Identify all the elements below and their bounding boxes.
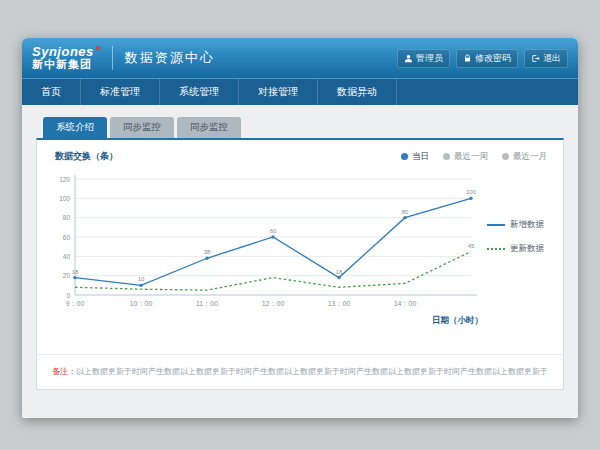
admin-label: 管理员 — [416, 52, 443, 65]
filter-today[interactable]: 当日 — [401, 151, 429, 163]
svg-text:100: 100 — [466, 189, 477, 195]
tab-system-intro[interactable]: 系统介绍 — [43, 117, 107, 138]
app-title: 数据资源中心 — [125, 49, 215, 67]
tab-sync-monitor-1[interactable]: 同步监控 — [110, 117, 174, 138]
tab-strip: 系统介绍 同步监控 同步监控 — [36, 117, 564, 138]
svg-text:45: 45 — [468, 243, 475, 249]
top-header: Synjones 新中新集团 数据资源中心 管理员 修改 — [22, 38, 578, 78]
change-password-label: 修改密码 — [475, 52, 511, 65]
main-nav: 首页 标准管理 系统管理 对接管理 数据异动 — [22, 78, 578, 105]
chart-row: 0204060801001209：0010：0011：0012：0013：001… — [37, 163, 563, 327]
filter-dot-icon — [443, 153, 450, 160]
logo-text: Synjones — [32, 45, 94, 59]
line-chart: 0204060801001209：0010：0011：0012：0013：001… — [47, 165, 487, 315]
legend-line-icon — [487, 248, 505, 250]
app-window: Synjones 新中新集团 数据资源中心 管理员 修改 — [22, 38, 578, 418]
chart-panel: 数据交换（条） 当日 最近一周 最近一月 — [36, 138, 564, 390]
range-filter-legend: 当日 最近一周 最近一月 — [401, 151, 547, 163]
remark-label: 备注： — [52, 367, 76, 376]
nav-item-standards[interactable]: 标准管理 — [81, 79, 160, 105]
chart-header: 数据交换（条） 当日 最近一周 最近一月 — [37, 140, 563, 163]
svg-text:10：00: 10：00 — [130, 300, 153, 307]
desktop-background: Synjones 新中新集团 数据资源中心 管理员 修改 — [0, 0, 600, 450]
filter-dot-icon — [502, 153, 509, 160]
svg-text:60: 60 — [270, 228, 277, 234]
svg-text:11：00: 11：00 — [196, 300, 218, 307]
user-icon — [404, 54, 413, 63]
series-line — [75, 198, 471, 285]
filter-dot-icon — [401, 153, 408, 160]
logo-red-dot-icon — [96, 46, 100, 50]
nav-item-system[interactable]: 系统管理 — [160, 79, 239, 105]
svg-text:80: 80 — [63, 214, 71, 221]
logout-label: 退出 — [543, 52, 561, 65]
svg-text:38: 38 — [204, 249, 211, 255]
svg-text:14：00: 14：00 — [394, 300, 417, 307]
filter-last-month-label: 最近一月 — [513, 151, 547, 163]
svg-text:20: 20 — [63, 272, 71, 279]
x-axis-title: 日期（小时） — [47, 315, 487, 327]
remark-note: 备注：以上数据更新于时间产生数据以上数据更新于时间产生数据以上数据更新于时间产生… — [37, 354, 563, 389]
content-area: 系统介绍 同步监控 同步监控 数据交换（条） 当日 最近一周 — [22, 105, 578, 418]
tab-sync-monitor-2[interactable]: 同步监控 — [177, 117, 241, 138]
lock-icon — [463, 54, 472, 63]
svg-text:100: 100 — [59, 195, 70, 202]
header-actions: 管理员 修改密码 退出 — [397, 49, 568, 68]
svg-text:120: 120 — [59, 176, 70, 183]
svg-text:40: 40 — [63, 253, 71, 260]
nav-item-data-change[interactable]: 数据异动 — [318, 79, 397, 105]
legend-label: 新增数据 — [510, 219, 544, 231]
filter-today-label: 当日 — [412, 151, 429, 163]
y-axis-title: 数据交换（条） — [55, 150, 118, 163]
legend-line-icon — [487, 224, 505, 226]
legend-label: 更新数据 — [510, 243, 544, 255]
logout-icon — [531, 54, 540, 63]
filter-last-week[interactable]: 最近一周 — [443, 151, 488, 163]
brand-logo: Synjones 新中新集团 — [32, 45, 100, 70]
svg-text:13：00: 13：00 — [328, 300, 351, 307]
filter-last-month[interactable]: 最近一月 — [502, 151, 547, 163]
admin-user-button[interactable]: 管理员 — [397, 49, 450, 68]
nav-item-integration[interactable]: 对接管理 — [239, 79, 318, 105]
svg-text:60: 60 — [63, 234, 71, 241]
logout-button[interactable]: 退出 — [524, 49, 568, 68]
svg-text:10: 10 — [138, 276, 145, 282]
svg-text:0: 0 — [66, 292, 70, 299]
series-legend: 新增数据更新数据 — [487, 165, 559, 327]
legend-entry[interactable]: 新增数据 — [487, 219, 559, 231]
svg-text:80: 80 — [402, 209, 409, 215]
svg-text:18: 18 — [72, 269, 79, 275]
nav-item-home[interactable]: 首页 — [22, 79, 81, 105]
header-divider — [112, 46, 113, 70]
legend-entry[interactable]: 更新数据 — [487, 243, 559, 255]
change-password-button[interactable]: 修改密码 — [456, 49, 518, 68]
remark-text: 以上数据更新于时间产生数据以上数据更新于时间产生数据以上数据更新于时间产生数据以… — [76, 367, 548, 376]
chart-box: 0204060801001209：0010：0011：0012：0013：001… — [47, 165, 487, 327]
filter-last-week-label: 最近一周 — [454, 151, 488, 163]
svg-text:9：00: 9：00 — [66, 300, 85, 307]
company-name: 新中新集团 — [32, 59, 100, 71]
svg-text:18: 18 — [336, 269, 343, 275]
svg-text:12：00: 12：00 — [262, 300, 285, 307]
